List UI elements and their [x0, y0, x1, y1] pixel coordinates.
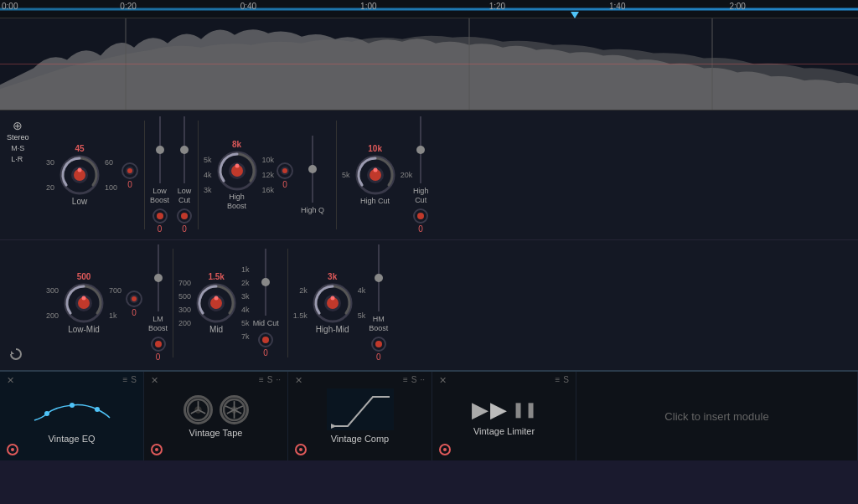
- tape-extra-icon[interactable]: ··: [276, 375, 281, 384]
- insert-module-slot[interactable]: Click to insert module: [576, 372, 858, 460]
- low-boost-label: LowBoost: [150, 187, 169, 205]
- svg-point-28: [417, 213, 424, 219]
- high-q-thumb[interactable]: [308, 165, 317, 173]
- comp-power-btn[interactable]: [295, 444, 307, 455]
- reset-button[interactable]: [8, 347, 23, 365]
- tape-menu-icon[interactable]: ≡: [259, 375, 264, 384]
- lm-freq-1k: 1k: [109, 311, 117, 320]
- low-boost-mini-knob[interactable]: [152, 208, 168, 224]
- time-marker-1: 0:20: [120, 2, 136, 11]
- high-cut-track[interactable]: [420, 116, 421, 183]
- low-boost-track[interactable]: [159, 116, 161, 183]
- mid-freq-500: 500: [178, 292, 191, 301]
- low-knob[interactable]: [58, 153, 101, 197]
- tape-settings-icon[interactable]: S: [267, 375, 273, 384]
- low-mid-knob[interactable]: [62, 281, 106, 325]
- limiter-settings-icon[interactable]: S: [563, 375, 569, 384]
- high-boost-band-label: HighBoost: [227, 193, 246, 211]
- tape-close-btn[interactable]: ✕: [151, 375, 158, 386]
- svg-point-22: [282, 168, 287, 173]
- mid-freq-200: 200: [178, 319, 191, 327]
- stereo-options[interactable]: M·S L·R: [11, 143, 24, 164]
- mid-freq-7k: 7k: [241, 332, 250, 341]
- eq-power-indicator: [11, 448, 14, 451]
- insert-label: Click to insert module: [664, 410, 768, 423]
- mid-freq-3k: 3k: [241, 292, 250, 301]
- high-boost-knob[interactable]: [215, 149, 259, 193]
- low-freq-60: 60: [105, 158, 113, 167]
- mid-cut-label: Mid Cut: [253, 319, 279, 328]
- eq-settings-icon[interactable]: S: [131, 375, 137, 384]
- low-cut-thumb[interactable]: [180, 146, 189, 154]
- high-mid-band-label: High-Mid: [316, 325, 349, 334]
- stereo-label: Stereo: [7, 133, 29, 141]
- high-mid-knob[interactable]: [311, 281, 354, 325]
- time-marker-6: 2:00: [729, 2, 745, 11]
- low-cut-value: 0: [182, 224, 187, 234]
- mid-cut-mini-knob[interactable]: [257, 332, 274, 348]
- time-marker-0: 0:00: [2, 2, 18, 11]
- comp-extra-icon[interactable]: ··: [420, 375, 425, 384]
- low-cut-mini: 0: [176, 208, 193, 234]
- high-cut-knob[interactable]: [354, 153, 397, 197]
- stereo-selector[interactable]: ⊕ Stereo M·S L·R: [7, 119, 29, 164]
- mid-band-label: Mid: [209, 325, 223, 334]
- hc-freq-value: 10k: [368, 144, 382, 153]
- low-cut-mini-knob[interactable]: [176, 208, 193, 224]
- hm-boost-mini-knob[interactable]: [370, 336, 387, 352]
- lm-freq-value: 500: [77, 272, 91, 281]
- lm-boost-thumb[interactable]: [154, 274, 163, 282]
- limiter-power-btn[interactable]: [439, 444, 451, 455]
- high-cut-mini: 0: [412, 208, 429, 234]
- eq-menu-icon[interactable]: ≡: [122, 375, 127, 384]
- low-mini-knob[interactable]: [121, 162, 139, 180]
- low-boost-cut-section: LowBoost 0 LowCut: [150, 116, 193, 234]
- low-cut-label: LowCut: [178, 187, 192, 205]
- high-q-track[interactable]: [312, 136, 313, 203]
- high-boost-mini-knob[interactable]: [276, 162, 294, 180]
- hb-freq-4k: 4k: [204, 171, 212, 179]
- stereo-lr[interactable]: L·R: [11, 154, 23, 165]
- svg-point-37: [155, 341, 162, 347]
- mid-knob[interactable]: [194, 281, 238, 325]
- lm-boost-mini-knob[interactable]: [150, 336, 167, 352]
- high-cut-mini-knob[interactable]: [412, 208, 429, 224]
- lm-mini-knob[interactable]: [125, 290, 143, 308]
- high-cut-thumb[interactable]: [416, 146, 425, 154]
- module-vintage-eq[interactable]: ✕ ≡ S Vintage EQ: [0, 372, 144, 460]
- hm-boost-track[interactable]: [378, 244, 380, 311]
- mid-cut-track[interactable]: [265, 249, 266, 316]
- low-cut-group: LowCut 0: [176, 116, 193, 234]
- lm-boost-track[interactable]: [158, 244, 159, 311]
- high-cut-slider-label: HighCut: [413, 187, 429, 205]
- comp-settings-icon[interactable]: S: [411, 375, 417, 384]
- mid-freq-1k: 1k: [241, 265, 250, 274]
- mid-cut-thumb[interactable]: [261, 278, 270, 286]
- comp-close-btn[interactable]: ✕: [295, 375, 302, 386]
- module-vintage-limiter[interactable]: ✕ ≡ S ▶ ▶ ❚❚ Vintage Limiter: [432, 372, 576, 460]
- limiter-menu-icon[interactable]: ≡: [555, 375, 560, 384]
- svg-rect-51: [30, 388, 114, 430]
- eq-close-btn[interactable]: ✕: [7, 375, 14, 386]
- hb-freq-16k: 16k: [262, 186, 275, 194]
- tape-power-btn[interactable]: [151, 444, 163, 455]
- limiter-pause-icon: ❚❚: [512, 400, 537, 419]
- playhead[interactable]: [571, 12, 579, 18]
- module-vintage-comp[interactable]: ✕ ≡ S ·· Vintage Comp: [288, 372, 432, 460]
- svg-point-49: [375, 341, 382, 347]
- comp-menu-icon[interactable]: ≡: [403, 375, 408, 384]
- module-vintage-tape[interactable]: ✕ ≡ S ··: [144, 372, 288, 460]
- stereo-ms[interactable]: M·S: [11, 143, 24, 154]
- low-cut-track[interactable]: [183, 116, 185, 183]
- time-marker-3: 1:00: [360, 2, 376, 11]
- high-boost-section: 5k 4k 3k 8k HighBoost 10k 12k 16: [204, 115, 274, 235]
- tape-power-indicator: [155, 448, 158, 451]
- tape-module-name: Vintage Tape: [189, 428, 243, 438]
- eq-power-btn[interactable]: [7, 444, 18, 455]
- limiter-close-btn[interactable]: ✕: [439, 375, 447, 386]
- low-boost-thumb[interactable]: [156, 146, 164, 154]
- lm-freq-700: 700: [109, 286, 121, 295]
- hc-freq-5k: 5k: [342, 171, 350, 179]
- low-freq-30: 30: [46, 158, 54, 167]
- hm-boost-thumb[interactable]: [375, 274, 383, 282]
